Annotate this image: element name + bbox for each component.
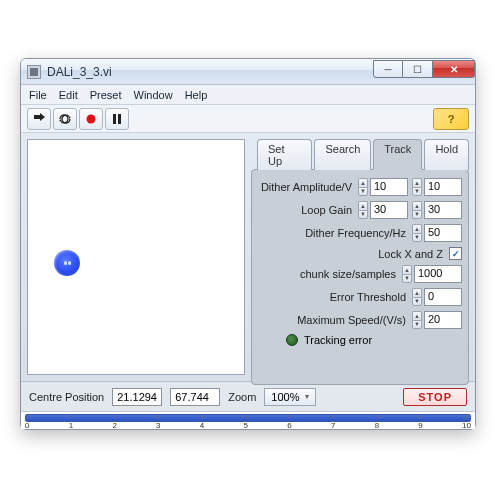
timeline-slider[interactable]: 012345678910 — [21, 411, 475, 429]
ruler-ticks: 012345678910 — [25, 421, 471, 429]
ruler-tick: 2 — [112, 421, 116, 429]
dither-amp-a-field[interactable]: 10 — [370, 178, 408, 196]
tab-setup[interactable]: Set Up — [257, 139, 312, 170]
chunk-size-stepper[interactable]: ▲▼ 1000 — [402, 265, 462, 283]
menu-window[interactable]: Window — [134, 89, 173, 101]
tab-hold[interactable]: Hold — [424, 139, 469, 170]
close-button[interactable]: ✕ — [433, 60, 475, 78]
app-window: DALi_3_3.vi ─ ☐ ✕ File Edit Preset Windo… — [20, 58, 476, 430]
chunk-size-label: chunk size/samples — [300, 268, 396, 280]
max-speed-field[interactable]: 20 — [424, 311, 462, 329]
max-speed-label: Maximum Speed/(V/s) — [297, 314, 406, 326]
ruler-tick: 7 — [331, 421, 335, 429]
loop-gain-label: Loop Gain — [301, 204, 352, 216]
lock-xz-checkbox[interactable]: ✓ — [449, 247, 462, 260]
ruler-tick: 6 — [287, 421, 291, 429]
status-bar: Centre Position 21.1294 67.744 Zoom 100%… — [21, 381, 475, 411]
tab-body-track: Dither Amplitude/V ▲▼ 10 ▲▼ 10 Loop Gain… — [251, 169, 469, 385]
zoom-value: 100% — [271, 391, 299, 403]
loop-gain-a-field[interactable]: 30 — [370, 201, 408, 219]
zoom-label: Zoom — [228, 391, 256, 403]
help-button[interactable]: ? — [433, 108, 469, 130]
error-threshold-field[interactable]: 0 — [424, 288, 462, 306]
app-icon — [27, 65, 41, 79]
down-arrow-icon: ▼ — [412, 187, 422, 197]
tracking-error-led-icon — [286, 334, 298, 346]
ruler-tick: 1 — [69, 421, 73, 429]
down-arrow-icon: ▼ — [358, 187, 368, 197]
lock-xz-label: Lock X and Z — [378, 248, 443, 260]
dither-amp-b-field[interactable]: 10 — [424, 178, 462, 196]
tab-search[interactable]: Search — [314, 139, 371, 170]
centre-x-field[interactable]: 21.1294 — [112, 388, 162, 406]
dither-amp-b-stepper[interactable]: ▲▼ 10 — [412, 178, 462, 196]
dither-freq-stepper[interactable]: ▲▼ 50 — [412, 224, 462, 242]
svg-rect-2 — [118, 114, 121, 124]
image-canvas[interactable] — [27, 139, 245, 375]
window-title: DALi_3_3.vi — [47, 65, 112, 79]
max-speed-stepper[interactable]: ▲▼ 20 — [412, 311, 462, 329]
error-threshold-stepper[interactable]: ▲▼ 0 — [412, 288, 462, 306]
tracked-particle-icon — [54, 250, 80, 276]
menu-help[interactable]: Help — [185, 89, 208, 101]
pause-button[interactable] — [105, 108, 129, 130]
ruler-tick: 4 — [200, 421, 204, 429]
tracking-error-label: Tracking error — [304, 334, 372, 346]
stop-button[interactable]: STOP — [403, 388, 467, 406]
loop-gain-a-stepper[interactable]: ▲▼ 30 — [358, 201, 408, 219]
ruler-tick: 0 — [25, 421, 29, 429]
chunk-size-field[interactable]: 1000 — [414, 265, 462, 283]
dither-amp-label: Dither Amplitude/V — [261, 181, 352, 193]
tab-track[interactable]: Track — [373, 139, 422, 170]
loop-gain-b-stepper[interactable]: ▲▼ 30 — [412, 201, 462, 219]
dither-freq-field[interactable]: 50 — [424, 224, 462, 242]
up-arrow-icon: ▲ — [358, 178, 368, 187]
centre-y-field[interactable]: 67.744 — [170, 388, 220, 406]
ruler-tick: 10 — [462, 421, 471, 429]
zoom-select[interactable]: 100% — [264, 388, 316, 406]
dither-amp-a-stepper[interactable]: ▲▼ 10 — [358, 178, 408, 196]
run-arrow-button[interactable] — [27, 108, 51, 130]
centre-position-label: Centre Position — [29, 391, 104, 403]
tab-strip: Set Up Search Track Hold — [251, 139, 469, 170]
minimize-button[interactable]: ─ — [373, 60, 403, 78]
abort-button[interactable] — [79, 108, 103, 130]
right-panel: Set Up Search Track Hold Dither Amplitud… — [251, 139, 469, 375]
titlebar[interactable]: DALi_3_3.vi ─ ☐ ✕ — [21, 59, 475, 85]
dither-freq-label: Dither Frequency/Hz — [305, 227, 406, 239]
error-threshold-label: Error Threshold — [330, 291, 406, 303]
menubar: File Edit Preset Window Help — [21, 85, 475, 105]
ruler-tick: 5 — [244, 421, 248, 429]
menu-preset[interactable]: Preset — [90, 89, 122, 101]
ruler-tick: 9 — [418, 421, 422, 429]
ruler-tick: 8 — [375, 421, 379, 429]
toolbar: ? — [21, 105, 475, 133]
svg-rect-1 — [113, 114, 116, 124]
run-continuous-button[interactable] — [53, 108, 77, 130]
content-area: Set Up Search Track Hold Dither Amplitud… — [21, 133, 475, 381]
ruler-tick: 3 — [156, 421, 160, 429]
maximize-button[interactable]: ☐ — [403, 60, 433, 78]
menu-edit[interactable]: Edit — [59, 89, 78, 101]
loop-gain-b-field[interactable]: 30 — [424, 201, 462, 219]
up-arrow-icon: ▲ — [412, 178, 422, 187]
menu-file[interactable]: File — [29, 89, 47, 101]
window-buttons: ─ ☐ ✕ — [373, 59, 475, 84]
svg-point-0 — [87, 114, 96, 123]
